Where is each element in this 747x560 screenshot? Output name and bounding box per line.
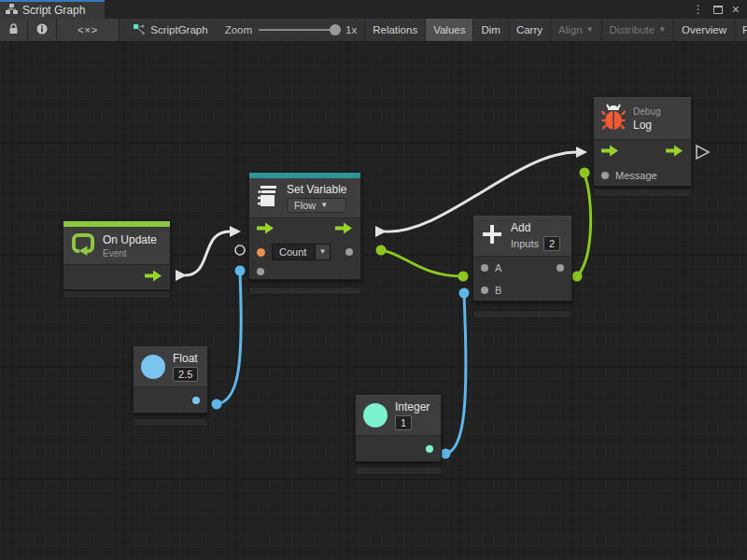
carry-button[interactable]: Carry xyxy=(508,19,550,41)
wire-endpoint xyxy=(458,272,469,282)
wire-endpoint xyxy=(376,245,387,256)
node-debug-log[interactable]: Debug Log Message xyxy=(593,96,692,187)
values-button[interactable]: Values xyxy=(425,19,472,41)
graph-toolbar: <×> ScriptGraph Zoom 1x Relations Values… xyxy=(0,19,747,42)
wire-endpoint xyxy=(235,266,246,276)
window-menu-icon[interactable]: ⋮ xyxy=(693,4,704,15)
lock-button[interactable] xyxy=(0,19,28,41)
overview-button[interactable]: Overview xyxy=(673,19,734,41)
node-add[interactable]: Add Inputs 2 A B xyxy=(472,215,572,301)
wire-flow-onupdate-setvariable[interactable] xyxy=(185,231,230,275)
flow-output-port[interactable] xyxy=(666,144,684,161)
flow-output-port[interactable] xyxy=(145,269,162,286)
wire-arrowhead xyxy=(176,270,187,281)
flow-output-port[interactable] xyxy=(335,221,353,238)
graph-canvas[interactable]: On Update Event Set Vari xyxy=(0,42,747,560)
graph-hierarchy-icon xyxy=(6,4,18,17)
window-close-icon[interactable]: × xyxy=(732,3,740,16)
zoom-control: Zoom 1x xyxy=(218,19,365,41)
tab-bar: Script Graph ⋮ × xyxy=(0,0,747,19)
tab-title: Script Graph xyxy=(22,4,85,17)
align-dropdown[interactable]: Align▼ xyxy=(550,19,601,41)
wire-arrowhead xyxy=(230,226,241,237)
integer-output-port[interactable] xyxy=(426,445,433,453)
node-float[interactable]: Float 2.5 xyxy=(133,345,208,413)
float-type-icon xyxy=(141,355,165,379)
input-a-port[interactable] xyxy=(481,264,488,272)
flow-input-port[interactable] xyxy=(601,144,619,161)
breadcrumb[interactable]: ScriptGraph xyxy=(120,19,217,41)
flow-input-port[interactable] xyxy=(257,221,275,238)
wire-value-float-setvariable[interactable] xyxy=(217,273,241,404)
wire-value-integer-add[interactable] xyxy=(445,295,466,454)
unconnected-port-ring[interactable] xyxy=(235,245,245,255)
lock-icon xyxy=(8,23,19,36)
node-title: On Update xyxy=(103,233,157,246)
node-title: Set Variable xyxy=(287,183,346,196)
zoom-slider-handle[interactable] xyxy=(330,24,341,35)
variable-kind-dropdown[interactable]: Flow ▼ xyxy=(287,198,346,213)
float-output-port[interactable] xyxy=(192,397,200,404)
input-b-label: B xyxy=(495,285,501,296)
integer-type-icon xyxy=(363,403,388,427)
node-footer xyxy=(472,310,572,318)
variable-select[interactable]: Count ▼ xyxy=(272,244,331,260)
inputs-count-field[interactable]: 2 xyxy=(543,236,560,251)
plus-icon xyxy=(481,223,503,249)
breadcrumb-label: ScriptGraph xyxy=(150,24,207,35)
node-footer xyxy=(248,287,361,295)
wire-arrowhead xyxy=(576,147,587,158)
dim-button[interactable]: Dim xyxy=(472,19,507,41)
node-category: Debug xyxy=(633,106,660,117)
node-title: Log xyxy=(633,119,660,132)
script-graph-icon xyxy=(133,23,146,37)
distribute-dropdown[interactable]: Distribute▼ xyxy=(601,19,674,41)
chevron-down-icon: ▼ xyxy=(658,26,666,34)
node-integer[interactable]: Integer 1 xyxy=(355,394,442,462)
bug-icon xyxy=(601,103,626,134)
info-button[interactable] xyxy=(28,19,57,41)
chevron-down-icon: ▼ xyxy=(320,202,328,209)
script-graph-window: Script Graph ⋮ × <×> xyxy=(0,0,747,560)
value-output-port[interactable] xyxy=(345,248,353,256)
node-title: Float xyxy=(173,352,198,365)
toolbar-right-group: Relations Values Dim Carry Align▼ Distri… xyxy=(364,19,747,41)
edit-source-button[interactable]: <×> xyxy=(57,19,120,41)
tab-script-graph[interactable]: Script Graph xyxy=(0,0,105,19)
unconnected-flow-triangle[interactable] xyxy=(697,146,709,159)
node-on-update[interactable]: On Update Event xyxy=(63,220,171,290)
value-input-port[interactable] xyxy=(257,268,264,275)
wire-value-add-debuglog[interactable] xyxy=(577,175,591,276)
full-screen-button[interactable]: Full Screen xyxy=(734,19,747,41)
zoom-value: 1x xyxy=(345,24,357,35)
chevron-down-icon: ▼ xyxy=(319,248,327,256)
integer-value-field[interactable]: 1 xyxy=(395,415,412,430)
wire-value-setvariable-add[interactable] xyxy=(381,250,462,276)
wire-endpoint xyxy=(441,449,451,459)
inputs-label: Inputs xyxy=(511,238,539,249)
node-footer xyxy=(593,189,692,197)
zoom-slider[interactable] xyxy=(259,29,339,31)
node-title: Add xyxy=(511,221,560,234)
input-b-port[interactable] xyxy=(481,287,488,294)
node-footer xyxy=(133,418,208,427)
node-footer xyxy=(355,467,442,475)
node-subtitle: Event xyxy=(103,248,157,259)
node-set-variable[interactable]: Set Variable Flow ▼ xyxy=(248,172,361,280)
wire-endpoint xyxy=(459,288,470,299)
message-input-port[interactable] xyxy=(601,172,609,179)
info-icon xyxy=(36,23,48,36)
float-value-field[interactable]: 2.5 xyxy=(173,367,198,382)
variable-name-port[interactable] xyxy=(257,248,265,257)
variable-icon xyxy=(257,185,279,211)
node-footer xyxy=(63,290,171,299)
wire-endpoint xyxy=(572,272,583,282)
window-maximize-icon[interactable] xyxy=(713,6,723,14)
relations-button[interactable]: Relations xyxy=(364,19,425,41)
result-output-port[interactable] xyxy=(557,264,564,272)
wire-endpoint xyxy=(580,168,590,178)
zoom-label: Zoom xyxy=(225,24,252,35)
loop-event-icon xyxy=(71,231,95,259)
message-label: Message xyxy=(615,170,657,181)
chevron-down-icon: ▼ xyxy=(586,26,594,34)
